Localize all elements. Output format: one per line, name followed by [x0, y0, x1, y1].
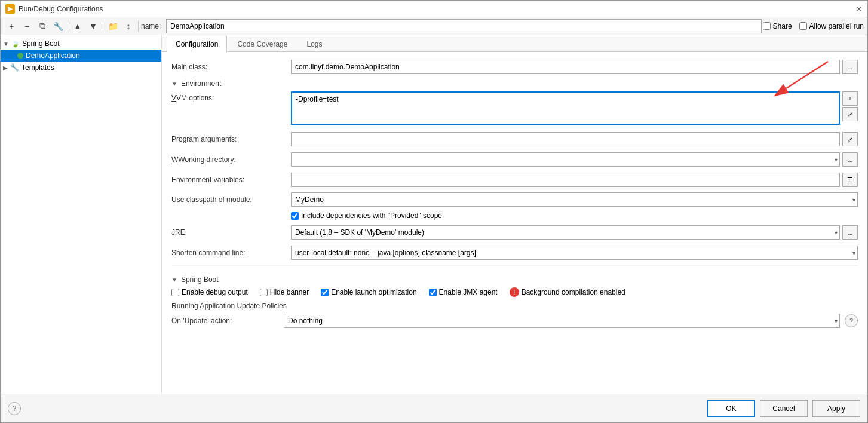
vm-options-underline: V	[171, 94, 176, 102]
sort-button[interactable]: ↕	[121, 20, 136, 33]
window-title: Run/Debug Configurations	[19, 5, 103, 13]
tab-logs[interactable]: Logs	[297, 36, 331, 52]
parallel-run-checkbox[interactable]	[799, 22, 807, 30]
apply-button[interactable]: Apply	[812, 400, 860, 417]
enable-jmx-checkbox[interactable]	[429, 289, 437, 296]
copy-config-button[interactable]: ⧉	[35, 20, 50, 33]
enable-launch-label[interactable]: Enable launch optimization	[321, 288, 416, 296]
sidebar: ▼ 🍃 Spring Boot DemoApplication ▶ 🔧 Temp…	[1, 35, 162, 394]
move-up-button[interactable]: ▲	[70, 20, 85, 33]
spring-boot-collapse-arrow[interactable]: ▼	[171, 277, 177, 283]
hide-banner-label[interactable]: Hide banner	[260, 288, 309, 296]
on-update-help-button[interactable]: ?	[845, 314, 858, 327]
share-label: Share	[773, 22, 792, 30]
parallel-run-label: Allow parallel run	[809, 22, 864, 30]
sidebar-group-templates[interactable]: ▶ 🔧 Templates	[1, 62, 161, 73]
env-vars-input[interactable]	[291, 173, 840, 187]
title-bar: ▶ Run/Debug Configurations ✕	[1, 1, 867, 17]
working-dir-row: WWorking directory: ▾ ...	[171, 152, 858, 167]
jre-browse-button[interactable]: ...	[842, 225, 858, 240]
shorten-cmd-select-wrapper: user-local default: none – java [options…	[291, 246, 858, 260]
spring-boot-checkboxes: Enable debug output Hide banner Enable l…	[171, 287, 858, 297]
footer: ? OK Cancel Apply	[1, 394, 867, 422]
spring-boot-icon: 🍃	[11, 40, 20, 48]
share-checkbox[interactable]	[763, 22, 771, 30]
enable-debug-label[interactable]: Enable debug output	[171, 288, 248, 296]
expand-arrow-spring-boot: ▼	[3, 41, 9, 47]
enable-debug-checkbox[interactable]	[171, 289, 179, 296]
share-area: Share Allow parallel run	[763, 22, 864, 30]
working-dir-input-wrapper: ▾ ...	[291, 152, 858, 167]
add-config-button[interactable]: +	[4, 20, 19, 33]
shorten-cmd-select[interactable]: user-local default: none – java [options…	[291, 246, 858, 260]
include-deps-label[interactable]: Include dependencies with "Provided" sco…	[291, 212, 442, 220]
toolbar-separator-3	[138, 21, 139, 32]
close-button[interactable]: ✕	[855, 4, 863, 14]
vm-fullscreen-button[interactable]: ⤢	[842, 107, 858, 121]
spring-boot-section-label: Spring Boot	[181, 275, 219, 284]
spring-boot-section: ▼ Spring Boot Enable debug output Hide b…	[171, 265, 858, 328]
include-deps-row: Include dependencies with "Provided" sco…	[291, 212, 858, 220]
bg-compilation-item: ! Background compilation enabled	[510, 287, 625, 297]
hide-banner-text: Hide banner	[270, 288, 309, 296]
update-action-row: On 'Update' action: Do nothing Update cl…	[171, 314, 858, 328]
working-dir-browse-button[interactable]: ...	[842, 152, 858, 167]
program-args-expand-button[interactable]: ⤢	[842, 132, 858, 146]
remove-config-button[interactable]: −	[20, 20, 34, 33]
enable-launch-checkbox[interactable]	[321, 289, 329, 296]
jre-label: JRE:	[171, 228, 291, 237]
vm-options-input[interactable]: -Dprofile=test	[291, 91, 840, 125]
main-class-input[interactable]	[291, 60, 840, 74]
vm-options-label: VVM options:	[171, 91, 291, 102]
templates-icon: 🔧	[10, 63, 19, 72]
parallel-run-checkbox-label[interactable]: Allow parallel run	[799, 22, 864, 30]
vm-input-container: -Dprofile=test	[291, 91, 840, 127]
toolbar-separator-1	[68, 21, 68, 32]
env-collapse-arrow[interactable]: ▼	[171, 81, 177, 87]
jre-input-wrapper: Default (1.8 – SDK of 'MyDemo' module) ▾…	[291, 225, 858, 240]
vm-options-row: VVM options: -Dprofile=test	[171, 91, 858, 127]
tab-configuration[interactable]: Configuration	[167, 36, 227, 52]
running-app-section: Running Application Update Policies On '…	[171, 302, 858, 328]
environment-section-header: ▼ Environment	[171, 79, 858, 88]
env-vars-edit-button[interactable]: ☰	[842, 173, 858, 187]
working-dir-label: WWorking directory:	[171, 155, 291, 164]
include-deps-checkbox[interactable]	[291, 212, 299, 220]
move-down-button[interactable]: ▼	[86, 20, 100, 33]
share-checkbox-label[interactable]: Share	[763, 22, 792, 30]
folder-button[interactable]: 📁	[106, 20, 120, 33]
tab-code-coverage[interactable]: Code Coverage	[228, 36, 296, 52]
vm-expand-button[interactable]: +	[842, 91, 858, 106]
enable-jmx-label[interactable]: Enable JMX agent	[429, 288, 498, 296]
include-deps-text: Include dependencies with "Provided" sco…	[301, 212, 442, 220]
ok-button[interactable]: OK	[707, 400, 755, 417]
jre-select[interactable]: Default (1.8 – SDK of 'MyDemo' module)	[291, 225, 840, 240]
main-area: ▼ 🍃 Spring Boot DemoApplication ▶ 🔧 Temp…	[1, 35, 867, 394]
program-args-row: Program arguments: ⤢	[171, 131, 858, 147]
jre-row: JRE: Default (1.8 – SDK of 'MyDemo' modu…	[171, 225, 858, 240]
working-dir-underline: W	[171, 155, 178, 164]
sidebar-group-spring-boot[interactable]: ▼ 🍃 Spring Boot	[1, 38, 161, 50]
sidebar-item-demo-app[interactable]: DemoApplication	[1, 50, 161, 62]
warning-icon: !	[510, 287, 519, 297]
content-area: Configuration Code Coverage Logs Main cl…	[162, 35, 867, 394]
name-label: name:	[141, 22, 165, 30]
on-update-select[interactable]: Do nothing Update classes and resources …	[284, 314, 840, 328]
demo-app-status-icon	[17, 53, 23, 59]
settings-button[interactable]: 🔧	[51, 20, 65, 33]
main-class-browse-button[interactable]: ...	[842, 60, 858, 74]
config-name-input[interactable]	[166, 19, 762, 33]
cancel-button[interactable]: Cancel	[760, 400, 808, 417]
help-button[interactable]: ?	[8, 402, 21, 415]
shorten-cmd-label: Shorten command line:	[171, 249, 291, 257]
running-app-title: Running Application Update Policies	[171, 302, 858, 310]
working-dir-input[interactable]	[291, 152, 840, 167]
program-args-input[interactable]	[291, 132, 840, 146]
hide-banner-checkbox[interactable]	[260, 289, 268, 296]
on-update-select-wrapper: Do nothing Update classes and resources …	[284, 314, 840, 328]
env-vars-label: Environment variables:	[171, 176, 291, 184]
toolbar: + − ⧉ 🔧 ▲ ▼ 📁 ↕ name: Share Allow parall…	[1, 17, 867, 35]
jre-select-wrapper: Default (1.8 – SDK of 'MyDemo' module) ▾	[291, 225, 840, 240]
classpath-select[interactable]: MyDemo	[291, 192, 858, 207]
program-args-label: Program arguments:	[171, 135, 291, 143]
